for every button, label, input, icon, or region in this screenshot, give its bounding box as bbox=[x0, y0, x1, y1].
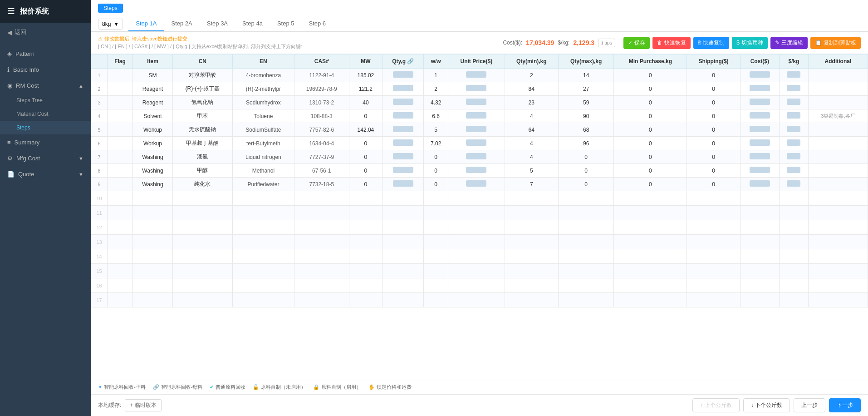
cell-en[interactable]: Sodiumhydrox bbox=[232, 96, 294, 109]
cell-item[interactable]: Washing bbox=[132, 178, 172, 191]
cell-additional[interactable] bbox=[808, 164, 868, 178]
cell-ww[interactable]: 7.02 bbox=[424, 137, 448, 150]
cell-qty-min[interactable]: 23 bbox=[505, 96, 558, 109]
cell-min-purchase[interactable]: 0 bbox=[614, 178, 687, 191]
cell-unit-price[interactable] bbox=[448, 137, 505, 150]
cell-cn[interactable]: 液氨 bbox=[173, 150, 233, 164]
cell-unit-price[interactable] bbox=[448, 164, 505, 178]
table-row-empty[interactable]: 17 bbox=[91, 293, 868, 307]
cell-qty-g[interactable] bbox=[383, 178, 424, 191]
cell-min-purchase[interactable]: 0 bbox=[614, 82, 687, 96]
cell-ww[interactable]: 6.6 bbox=[424, 109, 448, 123]
three-edit-button[interactable]: ✎ 三度编辑 bbox=[770, 37, 808, 49]
cell-qty-min[interactable]: 2 bbox=[505, 69, 558, 82]
cell-cost[interactable] bbox=[740, 69, 779, 82]
cell-qty-g[interactable] bbox=[383, 123, 424, 137]
cell-cn[interactable]: 氢氧化钠 bbox=[173, 96, 233, 109]
table-row[interactable]: 3 Reagent 氢氧化钠 Sodiumhydrox 1310-73-2 40… bbox=[91, 96, 868, 109]
cell-min-purchase[interactable]: 0 bbox=[614, 150, 687, 164]
cell-item[interactable]: Workup bbox=[132, 123, 172, 137]
currency-button[interactable]: $ 切换币种 bbox=[732, 37, 768, 49]
cell-qty-max[interactable]: 68 bbox=[558, 123, 613, 137]
cell-sku[interactable] bbox=[779, 164, 808, 178]
cell-cas[interactable]: 196929-78-9 bbox=[294, 82, 349, 96]
cell-shipping[interactable]: 0 bbox=[687, 164, 740, 178]
cell-cas[interactable]: 67-56-1 bbox=[294, 164, 349, 178]
cell-cas[interactable]: 108-88-3 bbox=[294, 109, 349, 123]
cell-qty-g[interactable] bbox=[383, 69, 424, 82]
table-row[interactable]: 7 Washing 液氨 Liquid nitrogen 7727-37-9 0… bbox=[91, 150, 868, 164]
cell-ww[interactable]: 1 bbox=[424, 69, 448, 82]
cell-mw[interactable]: 0 bbox=[349, 178, 383, 191]
cell-cn[interactable]: 甲醇 bbox=[173, 164, 233, 178]
temp-version-button[interactable]: + 临时版本 bbox=[125, 399, 161, 411]
quick-restore-button[interactable]: 🗑 快速恢复 bbox=[652, 37, 691, 49]
step-size-dropdown[interactable]: 8kg ▼ bbox=[98, 19, 123, 30]
cell-qty-max[interactable]: 96 bbox=[558, 137, 613, 150]
cell-en[interactable]: 4-bromobenza bbox=[232, 69, 294, 82]
cell-cost[interactable] bbox=[740, 109, 779, 123]
prev-step-button[interactable]: 上一步 bbox=[794, 398, 825, 412]
cell-unit-price[interactable] bbox=[448, 82, 505, 96]
cell-additional[interactable] bbox=[808, 150, 868, 164]
cell-ww[interactable]: 4.32 bbox=[424, 96, 448, 109]
cell-sku[interactable] bbox=[779, 150, 808, 164]
table-row-empty[interactable]: 15 bbox=[91, 264, 868, 278]
cell-item[interactable]: Reagent bbox=[132, 82, 172, 96]
back-button[interactable]: ◀ 返回 bbox=[0, 23, 91, 42]
tab-step-3a[interactable]: Step 3A bbox=[200, 16, 235, 31]
sidebar-item-mfg-cost[interactable]: ⚙ Mfg Cost ▼ bbox=[0, 150, 91, 166]
menu-icon[interactable]: ☰ bbox=[7, 6, 15, 16]
cell-min-purchase[interactable]: 0 bbox=[614, 123, 687, 137]
cell-cas[interactable]: 7757-82-6 bbox=[294, 123, 349, 137]
cell-sku[interactable] bbox=[779, 137, 808, 150]
tab-step-6[interactable]: Step 6 bbox=[301, 16, 333, 31]
cell-min-purchase[interactable]: 0 bbox=[614, 69, 687, 82]
cell-qty-min[interactable]: 4 bbox=[505, 109, 558, 123]
cell-additional[interactable] bbox=[808, 178, 868, 191]
cell-cost[interactable] bbox=[740, 150, 779, 164]
sidebar-item-summary[interactable]: ≡ Summary bbox=[0, 134, 91, 150]
cell-mw[interactable]: 0 bbox=[349, 109, 383, 123]
cell-min-purchase[interactable]: 0 bbox=[614, 164, 687, 178]
cell-cn[interactable]: 对溴苯甲酸 bbox=[173, 69, 233, 82]
table-row-empty[interactable]: 10 bbox=[91, 191, 868, 206]
cell-additional[interactable] bbox=[808, 69, 868, 82]
cell-shipping[interactable]: 0 bbox=[687, 178, 740, 191]
table-row-empty[interactable]: 14 bbox=[91, 249, 868, 264]
cell-cn[interactable]: 无水硫酸钠 bbox=[173, 123, 233, 137]
tips-button[interactable]: ℹ tips bbox=[598, 39, 615, 47]
cell-sku[interactable] bbox=[779, 123, 808, 137]
cell-qty-g[interactable] bbox=[383, 137, 424, 150]
cell-qty-max[interactable]: 27 bbox=[558, 82, 613, 96]
cell-unit-price[interactable] bbox=[448, 150, 505, 164]
cell-cn[interactable]: 纯化水 bbox=[173, 178, 233, 191]
cell-qty-min[interactable]: 7 bbox=[505, 178, 558, 191]
cell-shipping[interactable]: 0 bbox=[687, 82, 740, 96]
cell-shipping[interactable]: 0 bbox=[687, 109, 740, 123]
cell-en[interactable]: (R)-2-methylpr bbox=[232, 82, 294, 96]
sidebar-item-steps[interactable]: Steps bbox=[0, 121, 91, 134]
cell-ww[interactable]: 2 bbox=[424, 82, 448, 96]
cell-additional[interactable]: 3类易制毒,各厂 bbox=[808, 109, 868, 123]
cell-mw[interactable]: 142.04 bbox=[349, 123, 383, 137]
sidebar-item-material-cost[interactable]: Material Cost bbox=[0, 107, 91, 121]
table-row-empty[interactable]: 13 bbox=[91, 235, 868, 249]
sidebar-item-rm-cost[interactable]: ◉ RM Cost ▲ bbox=[0, 78, 91, 94]
cell-sku[interactable] bbox=[779, 82, 808, 96]
cell-mw[interactable]: 121.2 bbox=[349, 82, 383, 96]
cell-cost[interactable] bbox=[740, 123, 779, 137]
cell-unit-price[interactable] bbox=[448, 69, 505, 82]
cell-en[interactable]: Methanol bbox=[232, 164, 294, 178]
cell-qty-max[interactable]: 59 bbox=[558, 96, 613, 109]
table-row-empty[interactable]: 12 bbox=[91, 220, 868, 235]
cell-shipping[interactable]: 0 bbox=[687, 150, 740, 164]
cell-unit-price[interactable] bbox=[448, 96, 505, 109]
cell-mw[interactable]: 185.02 bbox=[349, 69, 383, 82]
next-kg-button[interactable]: ↓ 下个公斤数 bbox=[743, 398, 790, 412]
cell-mw[interactable]: 0 bbox=[349, 150, 383, 164]
sidebar-item-pattern[interactable]: ◈ Pattern bbox=[0, 46, 91, 62]
cell-cn[interactable]: 甲基叔丁基醚 bbox=[173, 137, 233, 150]
cell-en[interactable]: Purifiedwater bbox=[232, 178, 294, 191]
cell-qty-g[interactable] bbox=[383, 109, 424, 123]
